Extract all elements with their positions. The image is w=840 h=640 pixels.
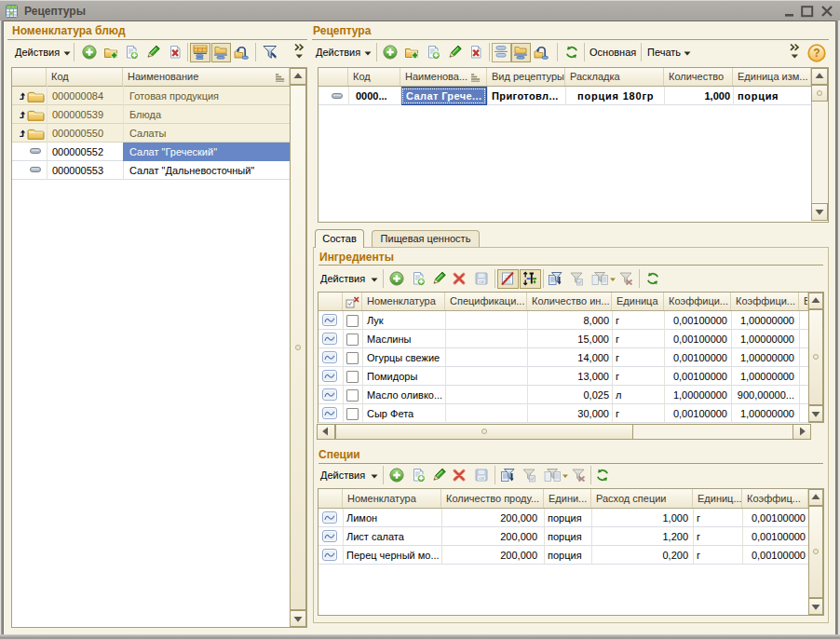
svg-text:ОК: ОК (479, 279, 484, 284)
svg-text:ОК: ОК (479, 476, 484, 481)
svg-text:?: ? (813, 47, 820, 60)
